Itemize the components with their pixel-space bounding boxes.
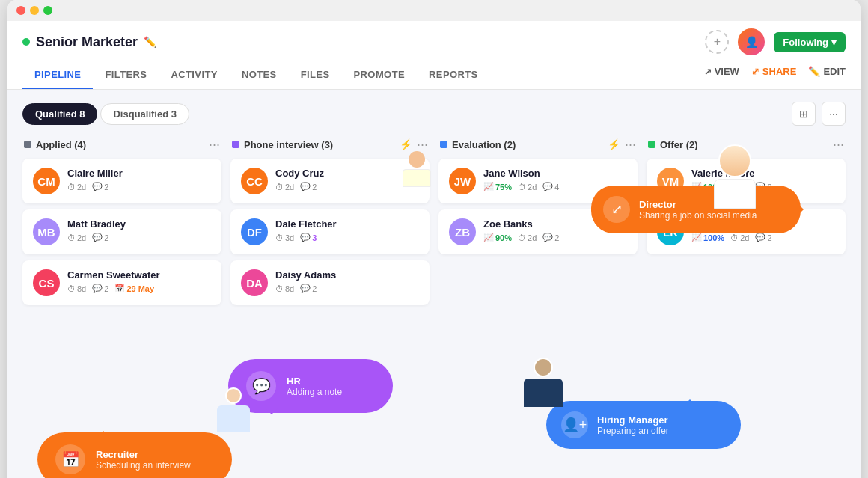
- director-share-icon: ⤢: [603, 196, 630, 223]
- edit-icon: ✏️: [808, 66, 820, 77]
- card-daisy-adams[interactable]: DA Daisy Adams ⏱ 8d 💬 2: [230, 260, 430, 305]
- card-dale-fletcher[interactable]: DF Dale Fletcher ⏱ 3d 💬 3: [230, 209, 430, 254]
- card-cody-cruz[interactable]: CC Cody Cruz ⏱ 2d 💬 2: [230, 159, 430, 203]
- more-options-button[interactable]: ···: [822, 102, 846, 126]
- card-info-cody: Cody Cruz ⏱ 2d 💬 2: [275, 168, 419, 191]
- time-cody: ⏱ 2d: [275, 183, 294, 191]
- column-more-phone[interactable]: ···: [417, 138, 428, 151]
- comments-claire: 💬 2: [92, 182, 109, 191]
- column-applied: Applied (4) ··· CM Claire Miller ⏱ 2d 💬 …: [22, 138, 221, 311]
- avatar-cody: CC: [241, 168, 268, 194]
- job-title-row: Senior Marketer ✏️: [22, 34, 156, 50]
- card-info-dale: Dale Fletcher ⏱ 3d 💬 3: [275, 218, 419, 242]
- card-meta-carmen: ⏱ 8d 💬 2 📅 29 May: [67, 284, 211, 293]
- filter-tabs: Qualified 8 Disqualified 3: [22, 103, 189, 125]
- following-button[interactable]: Following ▾: [774, 32, 846, 52]
- column-header-eval: Evaluation (2) ⚡ ···: [438, 138, 638, 151]
- column-label-applied: Applied (4): [36, 139, 204, 150]
- view-link[interactable]: ↗ VIEW: [704, 66, 739, 77]
- card-meta-claire: ⏱ 2d 💬 2: [67, 182, 211, 191]
- comments-daisy: 💬 2: [300, 284, 317, 293]
- card-meta-lee: 📈 100% ⏱ 2d 💬 2: [691, 233, 835, 242]
- card-meta-zoe: 📈 90% ⏱ 2d 💬 2: [483, 233, 627, 242]
- maximize-dot[interactable]: [43, 6, 52, 15]
- avatar-daisy: DA: [241, 269, 268, 296]
- title-edit-icon[interactable]: ✏️: [144, 36, 156, 48]
- column-dot-phone: [232, 141, 239, 148]
- app-window: Senior Marketer ✏️ + 👤 Following ▾ PIPEL…: [7, 0, 861, 478]
- nav-tabs: PIPELINE FILTERS ACTIVITY NOTES FILES PR…: [22, 61, 490, 89]
- hr-tooltip: 💬 HR Adding a note: [228, 359, 393, 413]
- filter-bar: Qualified 8 Disqualified 3 ⊞ ···: [22, 102, 846, 126]
- hiring-tooltip-text: Hiring Manager Preparing an offer: [597, 414, 669, 436]
- card-matt-bradley[interactable]: MB Matt Bradley ⏱ 2d 💬 2: [22, 209, 221, 254]
- time-daisy: ⏱ 8d: [275, 284, 294, 293]
- tab-files[interactable]: FILES: [289, 61, 342, 89]
- card-claire-miller[interactable]: CM Claire Miller ⏱ 2d 💬 2: [22, 159, 221, 203]
- lightning-icon-eval[interactable]: ⚡: [608, 138, 620, 150]
- column-more-applied[interactable]: ···: [209, 138, 220, 151]
- card-meta-daisy: ⏱ 8d 💬 2: [275, 284, 419, 293]
- score-jane: 📈 75%: [483, 182, 512, 191]
- time-carmen: ⏱ 8d: [67, 284, 86, 293]
- grid-view-button[interactable]: ⊞: [792, 102, 816, 126]
- recruiter-tooltip: 📅 Recruiter Scheduling an interview: [37, 432, 232, 478]
- avatar-matt: MB: [33, 218, 60, 245]
- score-lee: 📈 100%: [691, 233, 724, 242]
- tab-reports[interactable]: REPORTS: [417, 61, 490, 89]
- column-label-phone: Phone interview (3): [244, 139, 395, 150]
- comments-zoe: 💬 2: [542, 233, 559, 242]
- card-info-matt: Matt Bradley ⏱ 2d 💬 2: [67, 218, 211, 242]
- avatar-claire: CM: [33, 168, 60, 194]
- column-more-offer[interactable]: ···: [833, 138, 844, 151]
- time-claire: ⏱ 2d: [67, 183, 86, 191]
- time-jane: ⏱ 2d: [518, 183, 537, 191]
- comments-lee: 💬 2: [755, 233, 771, 242]
- recruiter-tooltip-text: Recruiter Scheduling an interview: [96, 449, 191, 471]
- filter-actions: ⊞ ···: [792, 102, 846, 126]
- date-carmen: 📅 29 May: [114, 284, 154, 293]
- header-actions: + 👤 Following ▾: [705, 28, 846, 55]
- tab-activity[interactable]: ACTIVITY: [159, 61, 229, 89]
- time-lee: ⏱ 2d: [730, 233, 749, 242]
- column-dot-eval: [440, 141, 447, 148]
- avatar-jane: JW: [449, 168, 476, 194]
- view-icon: ↗: [704, 67, 712, 77]
- close-dot[interactable]: [16, 6, 25, 15]
- card-info-carmen: Carmen Sweetwater ⏱ 8d 💬 2 📅 29 May: [67, 269, 211, 293]
- share-link[interactable]: ⤢ SHARE: [751, 66, 797, 77]
- tab-filters[interactable]: FILTERS: [93, 61, 159, 89]
- minimize-dot[interactable]: [30, 6, 39, 15]
- hiring-tooltip: 👤+ Hiring Manager Preparing an offer: [546, 401, 741, 449]
- chevron-down-icon: ▾: [831, 37, 837, 48]
- avatar-zoe: ZB: [449, 218, 476, 245]
- column-header-applied: Applied (4) ···: [22, 138, 221, 151]
- card-meta-dale: ⏱ 3d 💬 3: [275, 233, 419, 242]
- avatar-carmen: CS: [33, 269, 60, 296]
- card-carmen-sweetwater[interactable]: CS Carmen Sweetwater ⏱ 8d 💬 2 📅 29 May: [22, 260, 221, 305]
- card-info-claire: Claire Miller ⏱ 2d 💬 2: [67, 168, 211, 191]
- tab-pipeline[interactable]: PIPELINE: [22, 61, 93, 89]
- share-icon: ⤢: [751, 66, 760, 77]
- tab-notes[interactable]: NOTES: [230, 61, 289, 89]
- comments-jane: 💬 4: [542, 182, 559, 191]
- comments-dale: 💬 3: [300, 233, 317, 242]
- column-dot-applied: [24, 141, 31, 148]
- card-meta-cody: ⏱ 2d 💬 2: [275, 182, 419, 191]
- lightning-icon-phone[interactable]: ⚡: [400, 138, 412, 150]
- add-team-button[interactable]: +: [705, 30, 729, 54]
- column-label-eval: Evaluation (2): [452, 139, 603, 150]
- tab-promote[interactable]: PROMOTE: [342, 61, 418, 89]
- main-content: Qualified 8 Disqualified 3 ⊞ ··· ⤢ Direc…: [7, 90, 861, 478]
- time-matt: ⏱ 2d: [67, 233, 86, 242]
- time-dale: ⏱ 3d: [275, 233, 294, 242]
- edit-link[interactable]: ✏️ EDIT: [808, 66, 846, 77]
- filter-disqualified[interactable]: Disqualified 3: [100, 103, 189, 125]
- score-zoe: 📈 90%: [483, 233, 512, 242]
- header-top: Senior Marketer ✏️ + 👤 Following ▾: [22, 28, 846, 55]
- filter-qualified[interactable]: Qualified 8: [22, 103, 97, 125]
- job-title: Senior Marketer: [36, 34, 138, 50]
- following-label: Following: [783, 37, 828, 48]
- column-more-eval[interactable]: ···: [625, 138, 636, 151]
- column-phone-interview: Phone interview (3) ⚡ ··· CC Cody Cruz ⏱…: [230, 138, 430, 311]
